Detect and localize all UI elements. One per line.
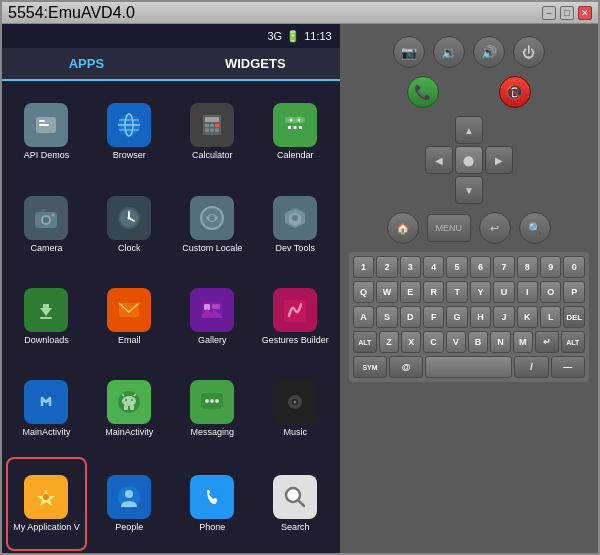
key-2[interactable]: 2 (376, 256, 397, 278)
app-item-custom-locale[interactable]: Custom Locale (172, 179, 253, 269)
end-call-button[interactable]: 📵 (499, 76, 531, 108)
app-item-search[interactable]: Search (255, 457, 336, 551)
key-q[interactable]: Q (353, 281, 374, 303)
app-item-music[interactable]: Music (255, 364, 336, 454)
app-item-calculator[interactable]: Calculator (172, 87, 253, 177)
app-label-gallery: Gallery (198, 335, 227, 346)
app-label-browser: Browser (113, 150, 146, 161)
key-g[interactable]: G (446, 306, 467, 328)
key-a[interactable]: A (353, 306, 374, 328)
key-6[interactable]: 6 (470, 256, 491, 278)
key-1[interactable]: 1 (353, 256, 374, 278)
tab-widgets[interactable]: WIDGETS (171, 48, 340, 79)
app-item-api-demos[interactable]: API Demos (6, 87, 87, 177)
key-alt-left[interactable]: ALT (353, 331, 377, 353)
dpad-left[interactable]: ◀ (425, 146, 453, 174)
app-item-calendar[interactable]: Calendar (255, 87, 336, 177)
key-3[interactable]: 3 (400, 256, 421, 278)
volume-up-button[interactable]: 🔊 (473, 36, 505, 68)
key-del[interactable]: DEL (563, 306, 584, 328)
app-item-gallery[interactable]: Gallery (172, 272, 253, 362)
svg-point-25 (43, 217, 49, 223)
svg-rect-1 (39, 120, 45, 122)
dpad-right[interactable]: ▶ (485, 146, 513, 174)
app-item-gestures-builder[interactable]: Gestures Builder (255, 272, 336, 362)
key-l[interactable]: L (540, 306, 561, 328)
key-b[interactable]: B (468, 331, 488, 353)
key-e[interactable]: E (400, 281, 421, 303)
key-5[interactable]: 5 (446, 256, 467, 278)
dpad-up[interactable]: ▲ (455, 116, 483, 144)
key-z[interactable]: Z (379, 331, 399, 353)
key-alt-right[interactable]: ALT (561, 331, 585, 353)
key-9[interactable]: 9 (540, 256, 561, 278)
key-p[interactable]: P (563, 281, 584, 303)
svg-rect-9 (205, 117, 219, 122)
menu-button[interactable]: MENU (427, 214, 471, 242)
app-item-mainactivity2[interactable]: MainActivity (89, 364, 170, 454)
app-item-messaging[interactable]: Messaging (172, 364, 253, 454)
app-item-email[interactable]: Email (89, 272, 170, 362)
app-item-clock[interactable]: Clock (89, 179, 170, 269)
app-label-my-application: My Application V (13, 522, 80, 533)
camera-button[interactable]: 📷 (393, 36, 425, 68)
key-slash[interactable]: / (514, 356, 548, 378)
minimize-button[interactable]: – (542, 6, 556, 20)
key-j[interactable]: J (493, 306, 514, 328)
key-w[interactable]: W (376, 281, 397, 303)
key-enter[interactable]: ↵ (535, 331, 559, 353)
home-button[interactable]: 🏠 (387, 212, 419, 244)
key-n[interactable]: N (490, 331, 510, 353)
volume-down-button[interactable]: 🔉 (433, 36, 465, 68)
power-button[interactable]: ⏻ (513, 36, 545, 68)
app-label-downloads: Downloads (24, 335, 69, 346)
key-v[interactable]: V (446, 331, 466, 353)
app-item-my-application[interactable]: My Application V (6, 457, 87, 551)
app-item-people[interactable]: People (89, 457, 170, 551)
search-nav-button[interactable]: 🔍 (519, 212, 551, 244)
app-item-camera[interactable]: Camera (6, 179, 87, 269)
key-y[interactable]: Y (470, 281, 491, 303)
battery-icon: 🔋 (286, 30, 300, 43)
key-c[interactable]: C (423, 331, 443, 353)
key-h[interactable]: H (470, 306, 491, 328)
call-button[interactable]: 📞 (407, 76, 439, 108)
key-r[interactable]: R (423, 281, 444, 303)
key-0[interactable]: 0 (563, 256, 584, 278)
app-item-downloads[interactable]: Downloads (6, 272, 87, 362)
key-m[interactable]: M (513, 331, 533, 353)
key-t[interactable]: T (446, 281, 467, 303)
back-button[interactable]: ↩ (479, 212, 511, 244)
key-s[interactable]: S (376, 306, 397, 328)
key-d[interactable]: D (400, 306, 421, 328)
main-layout: 3G 🔋 11:13 APPS WIDGETS API Demos (2, 24, 598, 555)
key-period[interactable]: — (551, 356, 585, 378)
key-space[interactable] (425, 356, 512, 378)
app-label-api-demos: API Demos (24, 150, 70, 161)
tab-apps[interactable]: APPS (2, 48, 171, 81)
app-item-dev-tools[interactable]: Dev Tools (255, 179, 336, 269)
app-item-browser[interactable]: Browser (89, 87, 170, 177)
key-k[interactable]: K (517, 306, 538, 328)
dpad-down[interactable]: ▼ (455, 176, 483, 204)
app-item-phone[interactable]: Phone (172, 457, 253, 551)
maximize-button[interactable]: □ (560, 6, 574, 20)
app-item-mainactivity1[interactable]: MainActivity (6, 364, 87, 454)
svg-point-32 (128, 216, 131, 219)
key-8[interactable]: 8 (517, 256, 538, 278)
key-u[interactable]: U (493, 281, 514, 303)
key-4[interactable]: 4 (423, 256, 444, 278)
key-sym[interactable]: SYM (353, 356, 387, 378)
key-f[interactable]: F (423, 306, 444, 328)
app-icon-api-demos (24, 103, 68, 147)
close-button[interactable]: ✕ (578, 6, 592, 20)
key-x[interactable]: X (401, 331, 421, 353)
app-label-search: Search (281, 522, 310, 533)
app-icon-mainactivity2 (107, 380, 151, 424)
key-7[interactable]: 7 (493, 256, 514, 278)
key-at[interactable]: @ (389, 356, 423, 378)
dpad-center[interactable]: ⬤ (455, 146, 483, 174)
key-i[interactable]: I (517, 281, 538, 303)
call-row: 📞 📵 (407, 76, 531, 108)
key-o[interactable]: O (540, 281, 561, 303)
